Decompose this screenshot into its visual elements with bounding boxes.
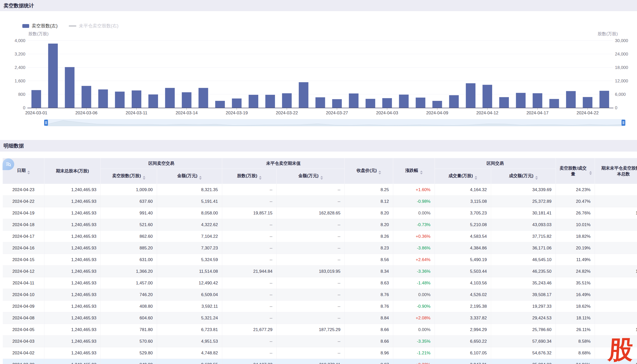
bar-2024-03-26[interactable] [316, 97, 325, 108]
col-header-4[interactable]: 股数(万股) [222, 169, 277, 184]
bar-2024-03-06[interactable] [82, 86, 91, 108]
table-filter-button[interactable] [3, 158, 14, 170]
cell: 885.20 [101, 242, 157, 254]
col-header-7[interactable]: 涨跌幅 [393, 158, 435, 184]
sort-icon[interactable] [535, 176, 538, 180]
sort-icon[interactable] [320, 176, 323, 180]
table-row[interactable]: 2024-04-151,240,465.93631.005,324.59----… [3, 254, 637, 266]
bar-2024-04-08[interactable] [416, 98, 425, 108]
datazoom-right-handle[interactable] [622, 120, 625, 126]
svg-text:6,000: 6,000 [615, 92, 626, 97]
sort-icon[interactable] [259, 176, 262, 180]
cell: 8.76 [345, 289, 393, 301]
datazoom-left-handle[interactable] [44, 120, 48, 126]
bar-2024-03-04[interactable] [48, 44, 58, 108]
col-header-6[interactable]: 收盘价(元) [345, 158, 393, 184]
table-row[interactable]: 2024-04-081,240,465.93604.605,321.24----… [3, 312, 637, 324]
bar-2024-03-05[interactable] [65, 67, 75, 108]
bar-2024-03-12[interactable] [148, 95, 158, 108]
sort-icon[interactable] [199, 176, 202, 180]
bar-2024-03-21[interactable] [265, 95, 275, 108]
cell: 8.76 [345, 301, 393, 312]
table-row[interactable]: 2024-04-031,240,465.93570.604,951.53----… [3, 336, 637, 347]
bar-2024-04-10[interactable] [449, 95, 459, 108]
table-row[interactable]: 2024-04-231,240,465.931,009.008,321.35--… [3, 184, 637, 196]
bar-2024-04-05[interactable] [399, 95, 409, 108]
col-header-2[interactable]: 卖空股数(万股) [101, 169, 157, 184]
cell: 8.26 [345, 231, 393, 242]
datazoom-slider[interactable] [46, 119, 624, 126]
table-row[interactable]: 2024-04-101,240,465.93746.206,509.04----… [3, 289, 637, 301]
table-row[interactable]: 2024-04-191,240,465.93991.408,058.0019,8… [3, 207, 637, 219]
col-header-5[interactable]: 金额(万元) [277, 169, 345, 184]
cell: 2024-03-28 [3, 359, 44, 364]
bar-2024-04-22[interactable] [583, 97, 592, 108]
bar-2024-04-18[interactable] [549, 99, 559, 108]
sort-icon[interactable] [27, 171, 30, 174]
bar-2024-03-08[interactable] [115, 92, 125, 108]
cell: -- [277, 347, 345, 359]
col-header-10[interactable]: 卖空股数/成交量 [556, 158, 595, 184]
bar-2024-03-28[interactable] [349, 94, 358, 108]
short-selling-bar-chart[interactable]: 4,00030,0003,20024,0002,40018,0001,60012… [0, 0, 637, 117]
col-header-9[interactable]: 成交额(万元) [491, 169, 556, 184]
cell: 991.40 [101, 207, 157, 219]
sort-icon[interactable] [589, 171, 592, 175]
table-row[interactable]: 2024-04-221,240,465.93637.605,191.41----… [3, 196, 637, 207]
bar-2024-04-12[interactable] [483, 85, 492, 108]
sort-icon[interactable] [420, 171, 423, 174]
table-row[interactable]: 2024-04-121,240,465.931,366.2011,514.082… [3, 266, 637, 277]
bar-2024-04-09[interactable] [433, 101, 442, 108]
table-row[interactable]: 2024-04-051,240,465.93781.806,723.8121,6… [3, 324, 637, 336]
table-row[interactable]: 2024-04-181,240,465.93521.604,322.62----… [3, 219, 637, 231]
cell: 1.77% [595, 266, 637, 277]
sort-icon[interactable] [143, 176, 145, 180]
bar-2024-04-16[interactable] [516, 93, 526, 108]
cell: 12,490.42 [157, 277, 222, 289]
bar-2024-03-07[interactable] [98, 89, 108, 108]
bar-2024-03-25[interactable] [299, 82, 308, 108]
bar-2024-03-14[interactable] [182, 92, 192, 108]
table-row[interactable]: 2024-03-281,240,465.93849.809,639.5524,1… [3, 359, 637, 364]
col-header-3[interactable]: 金额(万元) [157, 169, 222, 184]
bar-2024-03-13[interactable] [165, 88, 175, 108]
detail-data-table: 日期期末总股本(万股)区间卖空交易未平仓卖空期末值收盘价(元)涨跌幅区间交易卖空… [3, 158, 637, 364]
table-row[interactable]: 2024-04-111,240,465.931,457.0012,490.42-… [3, 277, 637, 289]
sort-icon[interactable] [475, 176, 477, 180]
table-row[interactable]: 2024-04-021,240,465.93529.804,748.82----… [3, 347, 637, 359]
cell: 8,058.00 [157, 207, 222, 219]
cell: 11.49% [556, 254, 595, 266]
cell: 37,715.82 [491, 231, 556, 242]
sort-icon[interactable] [378, 171, 381, 174]
bar-2024-04-17[interactable] [533, 93, 542, 108]
bar-2024-03-22[interactable] [282, 93, 292, 108]
bar-2024-03-11[interactable] [132, 90, 141, 108]
cell [595, 289, 637, 301]
col-header-8[interactable]: 成交量(万股) [435, 169, 491, 184]
bar-2024-03-27[interactable] [332, 99, 342, 108]
cell: -3.35% [393, 336, 435, 347]
cell: 57,690.34 [491, 336, 556, 347]
bar-2024-03-15[interactable] [199, 88, 208, 108]
col-header-label: 收盘价(元) [357, 168, 377, 173]
bar-2024-03-19[interactable] [232, 99, 242, 108]
bar-2024-04-15[interactable] [499, 97, 509, 108]
table-row[interactable]: 2024-04-171,240,465.93862.607,104.22----… [3, 231, 637, 242]
bar-2024-04-02[interactable] [366, 99, 375, 108]
table-row[interactable]: 2024-04-161,240,465.93885.207,307.23----… [3, 242, 637, 254]
bar-2024-03-18[interactable] [215, 101, 225, 108]
bar-2024-03-01[interactable] [31, 90, 41, 108]
cell: 2,195.38 [435, 301, 491, 312]
bar-2024-04-23[interactable] [599, 91, 609, 108]
bar-2024-04-11[interactable] [466, 83, 475, 108]
cell: 3,947.31 [435, 359, 491, 364]
cell: 781.80 [101, 324, 157, 336]
bar-2024-04-03[interactable] [382, 98, 392, 108]
bar-2024-04-19[interactable] [566, 91, 576, 108]
table-row[interactable]: 2024-04-091,240,465.93408.803,592.11----… [3, 301, 637, 312]
cell: 8.34 [345, 266, 393, 277]
cell: -0.73% [393, 219, 435, 231]
cell: 570.60 [101, 336, 157, 347]
svg-text:2024-04-03: 2024-04-03 [376, 111, 398, 115]
bar-2024-03-20[interactable] [249, 95, 258, 108]
